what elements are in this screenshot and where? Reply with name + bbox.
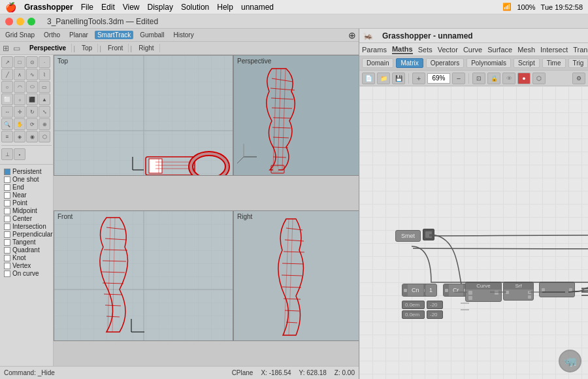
rotate-tool[interactable]: ↻ xyxy=(26,106,38,118)
display-menu[interactable]: Display xyxy=(148,3,173,12)
gh-params-menu[interactable]: Params xyxy=(362,46,387,54)
viewport-perspective[interactable]: Perspective xyxy=(233,55,359,176)
gh-save-btn[interactable]: 💾 xyxy=(392,73,405,84)
point-cb[interactable] xyxy=(4,200,10,206)
gh-surface-menu[interactable]: Surface xyxy=(487,46,512,54)
persistent-cb[interactable] xyxy=(4,169,10,175)
gh-sets-menu[interactable]: Sets xyxy=(418,46,433,54)
gh-intersect-menu[interactable]: Intersect xyxy=(540,46,568,54)
gh-node-curve[interactable]: Curve xyxy=(465,282,502,302)
close-button[interactable] xyxy=(5,18,13,25)
tab-front[interactable]: Front xyxy=(103,44,129,52)
subtab-script[interactable]: Script xyxy=(514,58,540,68)
line-tool[interactable]: ╱ xyxy=(1,69,13,80)
perp-cb[interactable] xyxy=(4,231,10,238)
subtab-polynomials[interactable]: Polynomials xyxy=(466,58,511,68)
midpoint-cb[interactable] xyxy=(4,208,10,214)
render-tool[interactable]: ◉ xyxy=(26,131,38,142)
gh-bake-btn[interactable]: ⬡ xyxy=(532,73,546,84)
gh-node-output[interactable] xyxy=(539,282,575,297)
quadrant-cb[interactable] xyxy=(4,247,10,254)
oncurve-cb[interactable] xyxy=(4,271,10,277)
viewport-front[interactable]: Front xyxy=(54,210,233,341)
smart-track-btn[interactable]: SmartTrack xyxy=(95,31,133,39)
material-tool[interactable]: ◈ xyxy=(14,131,25,142)
subtab-matrix[interactable]: Matrix xyxy=(396,58,423,68)
transform-tool[interactable]: ↔ xyxy=(1,106,13,118)
history-btn[interactable]: History xyxy=(171,31,197,39)
subtab-operators[interactable]: Operators xyxy=(426,58,464,68)
gh-input-0em-1[interactable]: 0.0em xyxy=(402,301,425,309)
tangent-cb[interactable] xyxy=(4,239,10,246)
circle-tool[interactable]: ○ xyxy=(1,81,13,93)
subtab-time[interactable]: Time xyxy=(542,58,566,68)
arc-tool[interactable]: ◠ xyxy=(14,81,25,93)
gh-lock-btn[interactable]: 🔒 xyxy=(487,73,500,84)
file-menu[interactable]: File xyxy=(81,3,93,12)
maximize-button[interactable] xyxy=(27,18,35,25)
grid-view-icon[interactable]: ⊞ xyxy=(3,44,9,53)
gh-node-smet[interactable]: Smet xyxy=(395,230,421,242)
tab-perspective[interactable]: Perspective xyxy=(24,44,72,52)
viewport-right[interactable]: Right xyxy=(233,210,359,341)
intersection-cb[interactable] xyxy=(4,223,10,230)
unnamed-menu[interactable]: unnamed xyxy=(241,3,274,12)
gh-fit-btn[interactable]: ⊡ xyxy=(472,73,485,84)
apple-logo[interactable]: 🍎 xyxy=(5,2,16,12)
gh-mesh-menu[interactable]: Mesh xyxy=(517,46,535,54)
orbit-tool[interactable]: ⟳ xyxy=(26,118,38,130)
minimize-button[interactable] xyxy=(16,18,24,25)
gh-input-0em-2[interactable]: 0.0em xyxy=(402,310,425,319)
solution-menu[interactable]: Solution xyxy=(181,3,209,12)
lasso-select[interactable]: ⊙ xyxy=(26,56,38,68)
osnap-icon[interactable]: ⊥ xyxy=(1,148,13,160)
planar-btn[interactable]: Planar xyxy=(67,31,91,39)
gh-curve-menu[interactable]: Curve xyxy=(463,46,482,54)
rect-tool[interactable]: ▭ xyxy=(39,81,50,93)
app-name-menu[interactable]: Grasshopper xyxy=(24,3,73,12)
subtab-domain[interactable]: Domain xyxy=(362,58,393,68)
move-tool[interactable]: ✛ xyxy=(14,106,25,118)
view-menu[interactable]: View xyxy=(123,3,140,12)
snap-tool[interactable]: ⊕ xyxy=(39,118,50,130)
gh-node-1[interactable]: 1 xyxy=(425,284,437,297)
gh-settings-btn[interactable]: ⚙ xyxy=(572,73,585,84)
tab-top[interactable]: Top xyxy=(76,44,98,52)
gh-zoomin-btn[interactable]: + xyxy=(412,73,425,84)
gumball-btn[interactable]: Gumball xyxy=(137,31,167,39)
near-cb[interactable] xyxy=(4,192,10,199)
curve-tool[interactable]: ∿ xyxy=(26,69,38,80)
expand-icon[interactable]: ⊕ xyxy=(348,30,356,41)
solid-tool[interactable]: ⬛ xyxy=(26,93,38,105)
extrude-tool[interactable]: ▲ xyxy=(39,93,50,105)
ortho-btn[interactable]: Ortho xyxy=(41,31,63,39)
analysis-tool[interactable]: ⬡ xyxy=(39,131,50,142)
gh-open-btn[interactable]: 📁 xyxy=(377,73,390,84)
viewport-top[interactable]: Top xyxy=(54,55,233,176)
freeform-tool[interactable]: ⌇ xyxy=(39,69,50,80)
single-view-icon[interactable]: ▭ xyxy=(13,44,20,53)
gh-input-neg20-2[interactable]: -20 xyxy=(427,310,443,319)
pan-tool[interactable]: ✋ xyxy=(14,118,25,130)
gh-transform-menu[interactable]: Transform xyxy=(573,46,588,54)
gh-zoom-input[interactable] xyxy=(427,73,450,84)
gh-node-srf[interactable]: Srf xyxy=(503,282,534,301)
center-cb[interactable] xyxy=(4,216,10,222)
end-cb[interactable] xyxy=(4,184,10,191)
surface-tool[interactable]: ⬜ xyxy=(1,93,13,105)
zoom-tool[interactable]: 🔍 xyxy=(1,118,13,130)
oneshot-cb[interactable] xyxy=(4,176,10,183)
window-select[interactable]: □ xyxy=(14,56,25,68)
gh-input-neg20-1[interactable]: -20 xyxy=(427,301,443,309)
polyline-tool[interactable]: ∧ xyxy=(14,69,25,80)
gh-preview-off-btn[interactable]: 👁 xyxy=(502,73,515,84)
select-tool[interactable]: ↗ xyxy=(1,56,13,68)
subtab-trig[interactable]: Trig xyxy=(568,58,588,68)
edit-menu[interactable]: Edit xyxy=(101,3,115,12)
gh-preview-on-btn[interactable]: ● xyxy=(517,73,531,84)
gh-canvas[interactable]: Smet xyxy=(359,86,588,379)
gh-maths-menu[interactable]: Maths xyxy=(392,45,413,54)
mesh-tool[interactable]: ⬦ xyxy=(14,93,25,105)
help-menu[interactable]: Help xyxy=(217,3,233,12)
knot-cb[interactable] xyxy=(4,255,10,261)
